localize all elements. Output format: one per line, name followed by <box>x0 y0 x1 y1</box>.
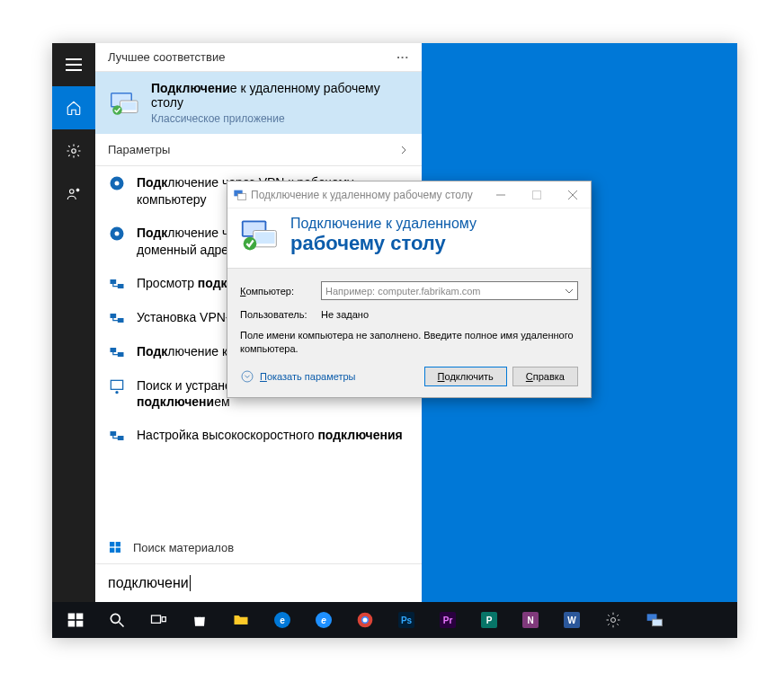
svg-rect-24 <box>110 548 114 553</box>
best-match-header-label: Лучшее соответствие <box>108 50 225 64</box>
rdp-connection-dialog: Подключение к удаленному рабочему столу … <box>227 181 592 398</box>
premiere-button[interactable]: Pr <box>428 602 468 638</box>
photoshop-button[interactable]: Ps <box>387 602 426 638</box>
svg-rect-14 <box>111 314 117 318</box>
chevron-right-icon <box>398 145 409 155</box>
dialog-message: Поле имени компьютера не заполнено. Введ… <box>240 329 578 356</box>
svg-point-49 <box>611 618 616 623</box>
store-section-header[interactable]: Поиск материалов <box>95 531 422 563</box>
svg-point-42 <box>111 614 120 623</box>
svg-rect-6 <box>121 102 137 110</box>
rdp-header-icon <box>240 216 280 255</box>
account-icon <box>66 186 82 202</box>
user-label: Пользователь: <box>240 309 312 320</box>
svg-rect-44 <box>152 615 161 623</box>
network-icon <box>108 427 126 445</box>
home-button[interactable] <box>52 86 95 129</box>
dialog-heading-line1: Подключение к удаленному <box>290 216 477 232</box>
dialog-title: Подключение к удаленному рабочему столу <box>247 189 483 201</box>
svg-point-0 <box>72 149 76 154</box>
folder-icon <box>232 611 250 629</box>
svg-point-9 <box>115 182 120 186</box>
chrome-icon <box>356 611 374 629</box>
show-options-toggle[interactable]: Показать параметры <box>240 369 356 384</box>
settings-taskbar-button[interactable] <box>593 602 633 638</box>
rdp-app-icon <box>108 87 140 120</box>
svg-rect-40 <box>68 621 76 627</box>
minimize-icon <box>496 190 505 199</box>
computer-placeholder: Например: computer.fabrikam.com <box>325 286 481 297</box>
svg-rect-29 <box>533 190 541 199</box>
hamburger-menu-button[interactable] <box>52 43 95 86</box>
user-value: Не задано <box>321 309 369 320</box>
settings-header-label: Параметры <box>108 143 170 156</box>
dialog-titlebar[interactable]: Подключение к удаленному рабочему столу <box>227 182 591 208</box>
svg-rect-18 <box>111 380 122 389</box>
onenote-button[interactable]: N <box>511 602 550 638</box>
publisher-button[interactable]: P <box>469 602 509 638</box>
connect-button[interactable]: Подключить <box>424 367 507 386</box>
result-item[interactable]: Настройка высокоскоростного подключения <box>95 419 422 453</box>
store-icon <box>108 540 122 554</box>
text-cursor <box>190 575 191 591</box>
network-icon <box>108 309 126 327</box>
help-button[interactable]: Справка <box>512 367 578 386</box>
svg-rect-20 <box>111 431 117 436</box>
svg-rect-16 <box>111 348 117 352</box>
chrome-button[interactable] <box>345 602 385 638</box>
taskview-button[interactable] <box>138 602 178 638</box>
account-rail-button[interactable] <box>52 173 95 216</box>
svg-rect-51 <box>653 619 663 626</box>
start-left-rail <box>52 43 95 602</box>
settings-rail-button[interactable] <box>52 129 95 173</box>
rdp-titlebar-icon <box>233 188 247 202</box>
home-icon <box>66 100 82 116</box>
more-options-button[interactable]: ··· <box>396 50 409 64</box>
store-header-label: Поиск материалов <box>133 541 234 554</box>
svg-rect-45 <box>162 617 165 622</box>
ie-button[interactable]: e <box>304 602 343 638</box>
maximize-button[interactable] <box>519 182 555 208</box>
svg-rect-35 <box>255 232 275 244</box>
best-match-result[interactable]: Подключение к удаленному рабочему столу … <box>95 72 422 134</box>
word-button[interactable]: W <box>552 602 592 638</box>
rdp-taskbar-button[interactable] <box>635 602 674 638</box>
start-button[interactable] <box>56 602 95 638</box>
best-match-subtitle: Классическое приложение <box>151 112 409 125</box>
svg-point-7 <box>112 105 122 115</box>
svg-point-1 <box>70 190 75 194</box>
file-explorer-button[interactable] <box>221 602 261 638</box>
troubleshoot-icon <box>108 377 126 395</box>
store-taskbar-button[interactable] <box>180 602 219 638</box>
search-taskbar-button[interactable] <box>97 602 137 638</box>
edge-button[interactable]: e <box>263 602 302 638</box>
dialog-header: Подключение к удаленному рабочему столу <box>227 208 591 268</box>
dialog-heading-line2: рабочему столу <box>290 232 477 255</box>
result-label: Настройка высокоскоростного подключения <box>137 427 403 444</box>
svg-point-37 <box>242 371 253 382</box>
settings-section-header[interactable]: Параметры <box>95 134 422 166</box>
close-icon <box>568 190 577 199</box>
best-match-title: Подключение к удаленному рабочему столу <box>151 81 409 110</box>
computer-combobox[interactable]: Например: computer.fabrikam.com <box>321 281 578 300</box>
svg-point-48 <box>363 618 368 623</box>
close-button[interactable] <box>555 182 591 208</box>
svg-rect-27 <box>237 193 245 199</box>
svg-rect-23 <box>116 542 120 546</box>
minimize-button[interactable] <box>483 182 519 208</box>
best-match-header: Лучшее соответствие ··· <box>95 43 422 72</box>
svg-rect-12 <box>111 279 117 284</box>
gear-icon <box>66 143 82 159</box>
svg-rect-25 <box>116 548 120 553</box>
svg-rect-39 <box>76 614 84 620</box>
computer-label: Компьютер: <box>240 286 312 297</box>
gear-icon <box>108 225 126 243</box>
chevron-down-icon <box>565 287 574 296</box>
gear-icon <box>108 174 126 192</box>
rdp-small-icon <box>646 611 664 629</box>
search-input[interactable]: подключени <box>95 563 422 602</box>
windows-icon <box>67 611 85 629</box>
gear-icon <box>604 611 622 629</box>
svg-point-11 <box>115 231 120 235</box>
bag-icon <box>191 611 209 629</box>
